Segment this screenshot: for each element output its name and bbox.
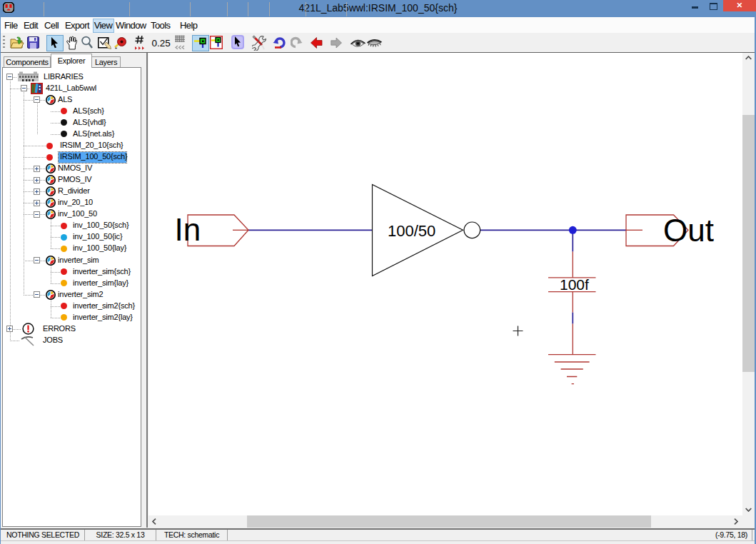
svg-text:In: In <box>175 212 201 247</box>
svg-text:100f: 100f <box>560 276 589 293</box>
svg-text:Out: Out <box>663 213 714 248</box>
svg-text:100/50: 100/50 <box>388 222 435 240</box>
